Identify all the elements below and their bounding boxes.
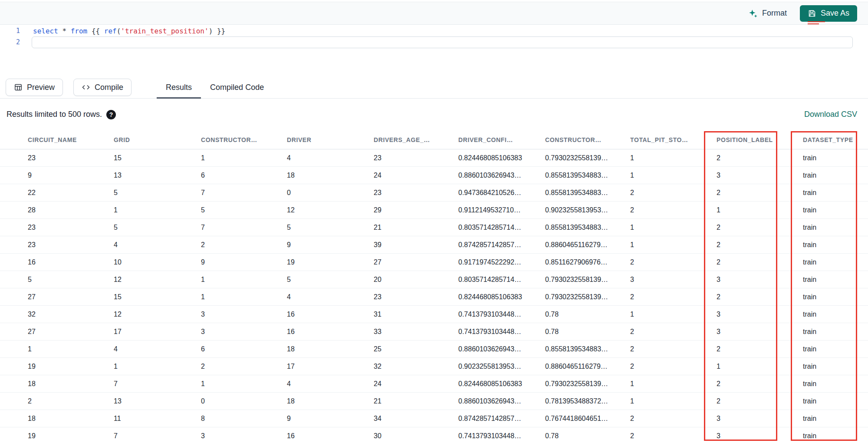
table-cell: 16 [287,311,374,318]
table-row: 51215200.8035714285714…0.7930232558139…3… [0,271,868,288]
table-cell: 2 [717,154,803,162]
table-cell: 0.78 [545,311,630,318]
table-cell: train [803,206,868,214]
table-cell: 0 [287,189,374,197]
table-cell: 3 [201,311,287,318]
code-line-1[interactable]: 1 select * from {{ ref('train_test_posit… [0,25,868,36]
table-cell: 5 [114,189,201,197]
code-line-2[interactable]: 2 [0,36,868,48]
table-cell: 3 [717,328,803,336]
table-cell: 0.8742857142857… [458,415,545,423]
table-cell: 5 [201,206,287,214]
table-cell: train [803,172,868,179]
active-line-input[interactable] [32,36,853,48]
table-cell: 2 [630,345,717,353]
table-cell: 17 [287,363,374,370]
table-cell: 0.7413793103448… [458,311,545,318]
table-cell: 9 [287,415,374,423]
table-cell: 21 [374,397,458,405]
results-table-header: CIRCUIT_NAMEGRIDCONSTRUCTOR…DRIVERDRIVER… [0,130,868,149]
editor-topbar: Format Save As [0,2,868,25]
results-limit-text: Results limited to 500 rows. [7,110,102,119]
table-cell: 1 [28,345,114,353]
table-cell: 0.824468085106383 [458,154,545,162]
table-cell: 2 [630,206,717,214]
table-cell: train [803,363,868,370]
sql-editor[interactable]: 1 select * from {{ ref('train_test_posit… [0,25,868,76]
table-cell: 0.9023255813953… [545,206,630,214]
table-cell: 25 [374,345,458,353]
save-as-button[interactable]: Save As [800,5,857,22]
table-cell: 6 [201,345,287,353]
table-cell: 16 [287,432,374,440]
table-cell: 24 [374,380,458,388]
table-cell: 1 [201,293,287,301]
table-cell: 27 [28,328,114,336]
table-cell: 18 [28,380,114,388]
tab-results[interactable]: Results [157,76,201,98]
compile-button[interactable]: Compile [73,79,132,96]
table-cell: 1 [717,206,803,214]
format-button[interactable]: Format [748,9,787,18]
column-header: POSITION_LABEL [717,136,803,143]
table-cell: 1 [630,224,717,231]
table-cell: 18 [287,172,374,179]
table-row: 23575210.8035714285714…0.8558139534883…1… [0,219,868,236]
table-cell: train [803,311,868,318]
table-icon [14,83,23,92]
table-cell: 19 [28,363,114,370]
column-header: CONSTRUCTOR… [545,136,630,143]
table-cell: 3 [717,432,803,440]
table-cell: 0.7930232558139… [545,154,630,162]
table-cell: 9 [201,258,287,266]
table-cell: 1 [717,363,803,370]
table-row: 197316300.7413793103448…0.7823train [0,427,868,443]
table-cell: 30 [374,432,458,440]
table-cell: 3 [201,432,287,440]
code-icon [82,83,90,92]
table-cell: 4 [114,241,201,249]
table-cell: 16 [28,258,114,266]
table-cell: 0.9171974522292… [458,258,545,266]
table-cell: 4 [287,293,374,301]
table-row: 3212316310.7413793103448…0.7813train [0,306,868,323]
download-csv-link[interactable]: Download CSV [804,110,857,119]
table-cell: 4 [114,345,201,353]
table-cell: 1 [630,154,717,162]
table-row: 22570230.9473684210526…0.8558139534883…2… [0,184,868,202]
table-cell: 4 [287,154,374,162]
table-cell: 2 [630,363,717,370]
table-cell: 23 [374,154,458,162]
table-cell: 2 [717,345,803,353]
table-cell: 7 [201,224,287,231]
table-cell: 27 [28,293,114,301]
table-cell: 0.8558139534883… [545,345,630,353]
table-cell: 27 [374,258,458,266]
help-icon[interactable]: ? [106,110,116,119]
table-cell: 3 [717,276,803,284]
table-cell: 2 [630,328,717,336]
table-cell: 23 [28,224,114,231]
table-row: 181189340.8742857142857…0.7674418604651…… [0,410,868,427]
table-cell: 11 [114,415,201,423]
table-cell: train [803,154,868,162]
table-cell: 0.8035714285714… [458,276,545,284]
tab-compiled-code[interactable]: Compiled Code [201,76,273,98]
format-button-label: Format [762,9,787,18]
table-cell: train [803,397,868,405]
table-cell: 0.78 [545,328,630,336]
table-cell: train [803,328,868,336]
table-cell: 28 [28,206,114,214]
table-row: 18714240.8244680851063830.7930232558139…… [0,375,868,393]
table-row: 281512290.9112149532710…0.9023255813953…… [0,202,868,219]
table-cell: 0.7930232558139… [545,293,630,301]
table-row: 23429390.8742857142857…0.8860465116279…1… [0,236,868,254]
table-cell: 0.824468085106383 [458,293,545,301]
line-number: 2 [0,38,20,46]
table-cell: 1 [630,241,717,249]
preview-button[interactable]: Preview [6,79,63,96]
table-cell: 12 [114,276,201,284]
table-cell: 21 [374,224,458,231]
table-cell: 2 [717,258,803,266]
table-cell: train [803,224,868,231]
